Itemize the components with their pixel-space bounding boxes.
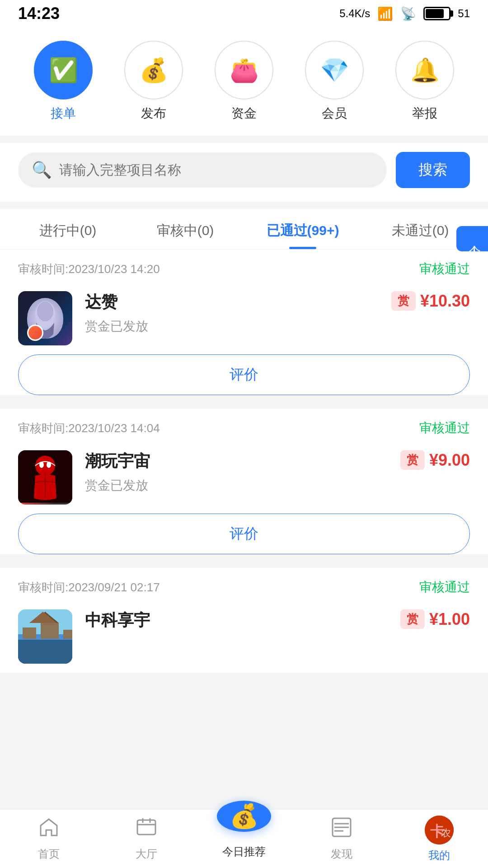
order-group-1: 审核时间:2023/10/23 14:20 审核通过	[0, 250, 488, 395]
status-icons: 5.4K/s 📶 📡 51	[339, 6, 470, 21]
avatar-badge-1	[27, 325, 43, 341]
huiyuan-icon: 💎	[320, 57, 349, 84]
jubao-label: 举报	[412, 105, 437, 122]
svg-rect-10	[41, 623, 59, 639]
search-icon: 🔍	[32, 160, 52, 179]
order-avatar-2	[18, 450, 72, 505]
svg-point-3	[35, 456, 55, 476]
svg-rect-11	[63, 630, 72, 639]
bottom-nav-mine-label: 我的	[428, 848, 450, 863]
fabu-bottom-icon	[331, 816, 352, 843]
price-value-1: ¥10.30	[420, 292, 470, 311]
order-title-2: 潮玩宇宙	[85, 450, 150, 472]
evaluate-button-2[interactable]: 评价	[18, 514, 470, 554]
tuijian-center-btn[interactable]: 💰	[217, 801, 271, 832]
order-header-1: 审核时间:2023/10/23 14:20 审核通过	[0, 250, 488, 287]
search-button[interactable]: 搜索	[396, 152, 470, 188]
price-value-2: ¥9.00	[429, 451, 470, 470]
battery-label: 51	[458, 7, 470, 20]
status-bar: 14:23 5.4K/s 📶 📡 51	[0, 0, 488, 27]
bottom-nav-fabu-label: 发现	[331, 847, 352, 861]
avatar-image-2	[18, 450, 72, 505]
order-group-2: 审核时间:2023/10/23 14:04 审核通过	[0, 409, 488, 554]
avatar-image-1	[18, 291, 72, 345]
mine-avatar: 卡 农	[425, 816, 454, 844]
bottom-nav-mine[interactable]: 卡 农 我的	[390, 810, 488, 868]
order-time-3: 审核时间:2023/09/21 02:17	[18, 580, 160, 595]
bottom-nav-home-label: 首页	[38, 847, 60, 861]
jiedan-label: 接单	[51, 105, 76, 122]
order-avatar-3	[18, 609, 72, 664]
fabu-label: 发布	[141, 105, 166, 122]
svg-rect-7	[18, 637, 72, 664]
wifi-icon: 📡	[400, 6, 416, 21]
svg-point-1	[37, 302, 53, 321]
zijin-icon: 👛	[230, 57, 259, 84]
search-input-wrap[interactable]: 🔍	[18, 152, 387, 188]
network-speed: 5.4K/s	[339, 7, 370, 20]
avatar-image-3	[18, 609, 72, 664]
evaluate-button-1[interactable]: 评价	[18, 354, 470, 395]
bottom-nav-dating-label: 大厅	[136, 847, 157, 861]
order-item-1: 达赞 赏金已发放 赏 ¥10.30	[0, 287, 488, 354]
zijin-label: 资金	[231, 105, 257, 122]
tab-yitongguo[interactable]: 已通过(99+)	[244, 209, 361, 249]
order-avatar-1	[18, 291, 72, 345]
order-title-3: 中科享宇	[85, 609, 150, 632]
nav-zijin[interactable]: 👛 资金	[215, 41, 273, 122]
price-badge-2: 赏	[400, 450, 425, 470]
huiyuan-icon-circle: 💎	[305, 41, 364, 99]
tuijian-icon: 💰	[230, 802, 259, 830]
order-info-2: 潮玩宇宙 赏金已发放 赏 ¥9.00	[85, 450, 470, 494]
nav-huiyuan[interactable]: 💎 会员	[305, 41, 364, 122]
order-status-2: 审核通过	[419, 420, 470, 437]
status-time: 14:23	[18, 4, 60, 23]
search-input[interactable]	[59, 162, 373, 178]
order-status-3: 审核通过	[419, 579, 470, 596]
side-panel[interactable]: 个人中心	[456, 226, 488, 251]
order-item-2: 潮玩宇宙 赏金已发放 赏 ¥9.00	[0, 446, 488, 514]
price-value-3: ¥1.00	[429, 610, 470, 629]
jubao-icon-circle: 🔔	[395, 41, 454, 99]
svg-point-5	[47, 462, 51, 468]
tabs-row: 进行中(0) 审核中(0) 已通过(99+) 未通过(0)	[0, 209, 488, 250]
price-badge-3: 赏	[400, 609, 425, 629]
order-time-2: 审核时间:2023/10/23 14:04	[18, 420, 160, 436]
svg-rect-9	[23, 627, 36, 639]
order-item-3: 中科享宇 赏 ¥1.00	[0, 605, 488, 673]
bottom-nav: 首页 大厅 💰 今日推荐 发现	[0, 809, 488, 868]
order-sub-1: 赏金已发放	[85, 318, 148, 335]
bottom-nav-dating[interactable]: 大厅	[98, 810, 195, 868]
price-badge-1: 赏	[391, 291, 416, 311]
svg-text:农: 农	[441, 827, 451, 839]
tab-jinxingzhong[interactable]: 进行中(0)	[9, 209, 127, 249]
quick-nav: ✅ 接单 💰 发布 👛 资金 💎 会员 🔔 举报	[0, 27, 488, 136]
bottom-nav-fabu[interactable]: 发现	[293, 810, 390, 868]
order-status-1: 审核通过	[419, 260, 470, 278]
fabu-icon: 💰	[139, 57, 169, 84]
order-price-3: 赏 ¥1.00	[400, 609, 470, 629]
nav-fabu[interactable]: 💰 发布	[124, 41, 183, 122]
svg-point-4	[39, 462, 44, 468]
order-price-2: 赏 ¥9.00	[400, 450, 470, 470]
nav-jiedan[interactable]: ✅ 接单	[34, 41, 93, 122]
search-section: 🔍 搜索	[0, 143, 488, 202]
order-title-1: 达赞	[85, 291, 148, 313]
jubao-icon: 🔔	[410, 57, 440, 84]
order-sub-2: 赏金已发放	[85, 477, 150, 494]
bottom-nav-tuijian-label: 今日推荐	[222, 844, 266, 859]
svg-rect-14	[137, 820, 155, 835]
jiedan-icon-circle: ✅	[34, 41, 93, 99]
signal-icon: 📶	[377, 6, 393, 21]
tab-shenhezhong[interactable]: 审核中(0)	[127, 209, 244, 249]
nav-jubao[interactable]: 🔔 举报	[395, 41, 454, 122]
bottom-nav-home[interactable]: 首页	[0, 810, 98, 868]
order-time-1: 审核时间:2023/10/23 14:20	[18, 261, 160, 277]
mine-avatar-inner: 卡 农	[425, 816, 454, 844]
order-header-2: 审核时间:2023/10/23 14:04 审核通过	[0, 409, 488, 446]
order-group-3: 审核时间:2023/09/21 02:17 审核通过	[0, 568, 488, 673]
dating-icon	[136, 816, 157, 843]
order-info-3: 中科享宇 赏 ¥1.00	[85, 609, 470, 636]
bottom-nav-tuijian[interactable]: 💰 今日推荐	[195, 801, 293, 859]
home-icon	[38, 816, 60, 843]
